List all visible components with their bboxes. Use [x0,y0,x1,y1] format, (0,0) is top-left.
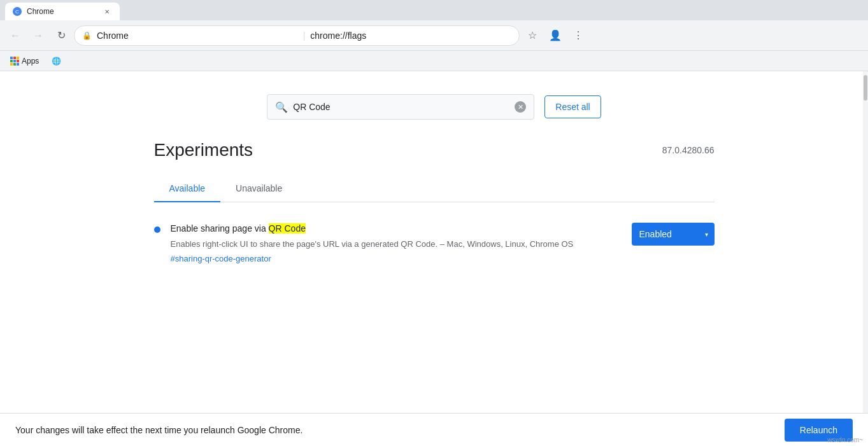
svg-rect-3 [10,60,13,62]
tab-strip: C Chrome ✕ [0,0,868,20]
svg-rect-5 [17,60,19,62]
svg-rect-6 [10,63,13,66]
flags-content: 🔍 QR Code ✕ Reset all Experiments 87.0.4… [116,71,753,282]
svg-rect-1 [13,57,16,59]
svg-rect-2 [17,57,19,59]
experiments-header: Experiments 87.0.4280.66 [154,140,715,160]
feature-item: Enable sharing page via QR Code Enables … [154,218,715,269]
tab-unavailable[interactable]: Unavailable [220,176,297,202]
svg-rect-7 [13,63,16,66]
profile-button[interactable]: 👤 [545,25,566,46]
svg-rect-0 [10,57,13,59]
nav-right-controls: ☆ 👤 ⋮ [522,25,588,46]
feature-name-highlight: QR Code [269,223,306,233]
tab-favicon: C [13,7,22,16]
svg-rect-8 [17,63,19,66]
address-label: Chrome [97,31,298,41]
svg-rect-4 [13,60,16,62]
web-icon: 🌐 [52,57,61,66]
scrollbar-track[interactable] [863,71,868,413]
enabled-select-wrapper[interactable]: Default Enabled Disabled ▾ [632,223,715,246]
menu-button[interactable]: ⋮ [568,25,588,46]
tab-title: Chrome [27,7,97,16]
feature-info: Enable sharing page via QR Code Enables … [171,223,622,264]
address-bar[interactable]: 🔒 Chrome | chrome://flags [74,25,520,46]
active-tab[interactable]: C Chrome ✕ [5,3,120,20]
reload-icon: ↻ [57,29,66,41]
tab-close-button[interactable]: ✕ [102,6,112,17]
search-box[interactable]: 🔍 QR Code ✕ [267,94,534,120]
bottom-message: Your changes will take effect the next t… [15,425,302,435]
feature-control: Default Enabled Disabled ▾ [632,223,715,246]
feature-dot [154,226,160,233]
address-url: chrome://flags [310,31,511,41]
reset-all-button[interactable]: Reset all [544,95,601,118]
star-icon: ☆ [528,29,537,41]
apps-label: Apps [22,57,39,66]
back-icon: ← [10,30,20,41]
tab-available[interactable]: Available [154,176,221,202]
menu-icon: ⋮ [573,29,583,41]
apps-bookmark[interactable]: Apps [5,54,44,68]
bookmarks-bar: Apps 🌐 [0,51,868,71]
search-container: 🔍 QR Code ✕ Reset all [154,84,715,120]
feature-name: Enable sharing page via QR Code [171,223,622,235]
nav-bar: ← → ↻ 🔒 Chrome | chrome://flags ☆ 👤 ⋮ [0,20,868,51]
apps-grid-icon [10,57,19,66]
page-content: 🔍 QR Code ✕ Reset all Experiments 87.0.4… [0,71,868,413]
profile-icon: 👤 [549,29,562,41]
search-clear-button[interactable]: ✕ [515,101,526,113]
feature-name-prefix: Enable sharing page via [171,223,269,233]
title-bar: C Chrome ✕ [0,0,868,20]
browser-frame: C Chrome ✕ ← → ↻ 🔒 Chrome | chrome://fla… [0,0,868,446]
search-icon: 🔍 [275,101,288,113]
star-button[interactable]: ☆ [522,25,543,46]
enabled-select[interactable]: Default Enabled Disabled [632,223,715,246]
reload-button[interactable]: ↻ [51,25,71,46]
search-input-value[interactable]: QR Code [293,102,509,112]
forward-icon: → [33,30,43,41]
forward-button[interactable]: → [28,25,48,46]
feature-description: Enables right-click UI to share the page… [171,238,622,251]
lock-icon: 🔒 [82,31,92,40]
clear-icon: ✕ [518,103,523,111]
back-button[interactable]: ← [5,25,25,46]
watermark: wsxdn.com~ [827,436,863,443]
tabs-container: Available Unavailable [154,176,715,202]
feature-link[interactable]: #sharing-qr-code-generator [171,254,271,263]
experiments-title: Experiments [154,140,253,160]
scrollbar-thumb[interactable] [864,75,867,101]
version-text: 87.0.4280.66 [662,145,715,155]
bottom-bar: Your changes will take effect the next t… [0,413,868,446]
web-bookmark[interactable]: 🌐 [46,54,66,68]
address-divider: | [303,31,306,41]
